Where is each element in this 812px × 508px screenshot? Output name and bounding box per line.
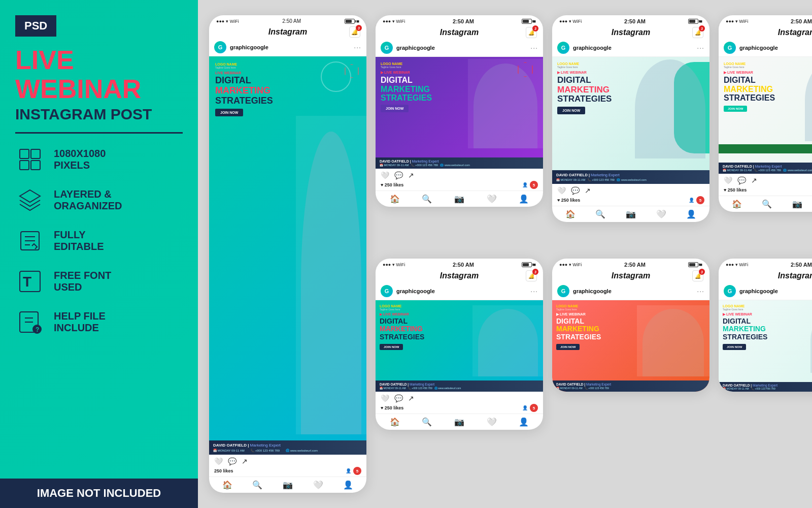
ig-home-4[interactable]: 🏠: [565, 209, 576, 219]
heart-icon-4[interactable]: 🤍: [557, 186, 566, 195]
feature-layered: LAYERED &ORAGANIZED: [15, 185, 183, 215]
card-join-btn-1[interactable]: JOIN NOW: [215, 109, 243, 116]
card-sub-7: Tagline Goes here: [723, 308, 812, 311]
card-join-3[interactable]: JOIN NOW: [380, 344, 403, 350]
ig-app-name-4: Instagram: [612, 28, 650, 37]
ig-logo-5: G: [557, 285, 569, 297]
status-time-1: 2:50 AM: [282, 18, 301, 24]
ig-profile-4[interactable]: 👤: [686, 209, 696, 219]
ig-heart-3[interactable]: 🤍: [487, 417, 497, 427]
comment-icon-1[interactable]: 💬: [228, 457, 236, 465]
status-bar-3: ●●● ▾ WiFi 2:50 AM ■: [376, 259, 543, 269]
speaker-name-5: DAVID OATFIELD | Marketing Expert: [556, 383, 705, 386]
ig-notif-2[interactable]: 🔔 3: [526, 27, 537, 38]
ig-camera-2[interactable]: 📷: [454, 194, 464, 204]
ig-search-3[interactable]: 🔍: [422, 417, 432, 427]
ig-camera-6[interactable]: 📷: [792, 199, 802, 209]
card-logo-4: LOGO NAME: [557, 62, 704, 66]
card-content-1: LOGO NAME Tagline Goes here LIVE WEBINAR…: [209, 56, 366, 455]
status-bar-4: ●●● ▾ WiFi 2:50 AM ■: [552, 15, 709, 26]
post-actions-6: 🤍 💬 ↗: [719, 174, 812, 186]
ig-camera-icon-1[interactable]: 📷: [283, 480, 293, 490]
heart-icon-2[interactable]: 🤍: [381, 171, 389, 179]
left-panel: PSD LIVE WEBINAR INSTAGRAM POST 1080x108…: [0, 0, 198, 508]
feature-editable-text: FULLYEDITABLE: [54, 229, 104, 252]
comment-icon-3[interactable]: 💬: [394, 394, 403, 402]
ig-notif-4[interactable]: 🔔 3: [692, 27, 703, 38]
ig-search-2[interactable]: 🔍: [422, 194, 432, 204]
status-bar-5: ●●● ▾ WiFi 2:50 AM ■: [552, 259, 709, 269]
ig-nav-3: 🏠 🔍 📷 🤍 👤: [376, 414, 543, 430]
ig-camera-4[interactable]: 📷: [626, 209, 636, 219]
card-title-2: DIGITALMARKETINGSTRATEGIES: [381, 76, 538, 103]
card-sub-4: Tagline Goes here: [557, 66, 704, 69]
card-join-2[interactable]: JOIN NOW: [381, 105, 409, 112]
comment-icon-4[interactable]: 💬: [571, 186, 580, 195]
ig-notif-icon-1[interactable]: 🔔 3: [349, 26, 360, 38]
post-actions-3: 🤍 💬 ↗: [376, 392, 543, 404]
feature-help: ? HELP FILEINCLUDE: [15, 307, 183, 337]
ig-heart-2[interactable]: 🤍: [487, 194, 497, 204]
ig-notif-5[interactable]: 🔔 3: [692, 270, 703, 281]
ig-profile-2[interactable]: 👤: [519, 194, 529, 204]
card-join-6[interactable]: JOIN NOW: [724, 106, 747, 112]
ig-profile-bar-5: G graphicgoogle ···: [552, 282, 709, 300]
ig-profile-bar-1: G graphicgoogle ···: [209, 39, 366, 56]
card-content-7: LOGO NAME Tagline Goes here ▶ LIVE WEBIN…: [719, 300, 812, 392]
card-live-2: ▶ LIVE WEBINAR: [381, 71, 538, 75]
ig-nav-4: 🏠 🔍 📷 🤍 👤: [552, 206, 709, 222]
speaker-strip-4: DAVID OATFIELD | Marketing Expert 📅 MOND…: [552, 170, 709, 184]
share-icon-4[interactable]: ↗: [585, 186, 591, 195]
feature-help-text: HELP FILEINCLUDE: [54, 310, 106, 334]
likes-row-6: ♥ 250 likes 👤5: [719, 186, 812, 196]
heart-icon-6[interactable]: 🤍: [724, 176, 732, 184]
feature-layered-text: LAYERED &ORAGANIZED: [54, 188, 122, 212]
card-sub-2: Tagline Goes here: [381, 66, 538, 69]
svg-rect-2: [20, 161, 29, 170]
comment-icon-2[interactable]: 💬: [394, 171, 403, 179]
card-join-7[interactable]: JOIN NOW: [723, 344, 746, 350]
comment-icon-6[interactable]: 💬: [737, 176, 746, 184]
ig-profile-3[interactable]: 👤: [519, 417, 529, 427]
features-list: 1080x1080PIXELS LAYERED &ORAGANIZED FULL…: [15, 145, 183, 337]
ig-heart-icon-1[interactable]: 🤍: [313, 480, 323, 490]
ig-home-6[interactable]: 🏠: [732, 199, 742, 209]
ig-profile-icon-1[interactable]: 👤: [343, 480, 353, 490]
notif-badge-5: 3: [699, 269, 705, 275]
ig-app-name-1: Instagram: [268, 27, 307, 37]
share-icon-6[interactable]: ↗: [751, 176, 757, 184]
share-icon-1[interactable]: ↗: [242, 457, 248, 465]
card-logo-7: LOGO NAME: [723, 304, 812, 308]
share-icon-3[interactable]: ↗: [408, 394, 414, 402]
ig-home-2[interactable]: 🏠: [390, 194, 400, 204]
ig-username-1: graphicgoogle: [230, 44, 350, 50]
ig-heart-4[interactable]: 🤍: [656, 209, 666, 219]
post-actions-2: 🤍 💬 ↗: [376, 169, 543, 181]
ig-search-icon-1[interactable]: 🔍: [252, 480, 262, 490]
card-live-5: ▶ LIVE WEBINAR: [556, 312, 705, 316]
heart-icon-3[interactable]: 🤍: [381, 394, 389, 402]
phone-mockup-5: ●●● ▾ WiFi 2:50 AM ■ Instagram 🔔 3 G gra…: [552, 259, 709, 392]
heart-icon-1[interactable]: 🤍: [214, 457, 223, 465]
speaker-name-2: DAVID OATFIELD | Marketing Expert: [380, 160, 539, 163]
ig-camera-3[interactable]: 📷: [454, 417, 464, 427]
ig-notif-3[interactable]: 🔔 3: [526, 270, 537, 281]
phone-mockup-4: ●●● ▾ WiFi 2:50 AM ■ Instagram 🔔 3 G gra…: [552, 15, 709, 222]
card-join-5[interactable]: JOIN NOW: [556, 344, 580, 350]
likes-count-4: ♥ 250 likes: [557, 198, 580, 203]
divider: [15, 132, 183, 134]
ig-search-4[interactable]: 🔍: [595, 209, 605, 219]
ig-search-6[interactable]: 🔍: [762, 199, 772, 209]
psd-badge: PSD: [15, 15, 56, 37]
card-logo-5: LOGO NAME: [556, 304, 705, 308]
speaker-name-3: DAVID OATFIELD | Marketing Expert: [380, 383, 539, 386]
layers-icon: [15, 185, 45, 215]
share-icon-2[interactable]: ↗: [408, 171, 414, 179]
ig-home-3[interactable]: 🏠: [390, 417, 400, 427]
likes-row-1: 250 likes 👤 5: [209, 467, 366, 477]
card-title-7: DIGITALMARKETINGSTRATEGIES: [723, 318, 809, 341]
speaker-details-2: 📅 MONDAY 09-11 AM 📞 +000 123 456 789 🌐 w…: [380, 164, 539, 167]
ig-header-2: Instagram 🔔 3: [376, 26, 543, 39]
card-join-4[interactable]: JOIN NOW: [557, 107, 585, 114]
ig-home-icon-1[interactable]: 🏠: [222, 480, 232, 490]
